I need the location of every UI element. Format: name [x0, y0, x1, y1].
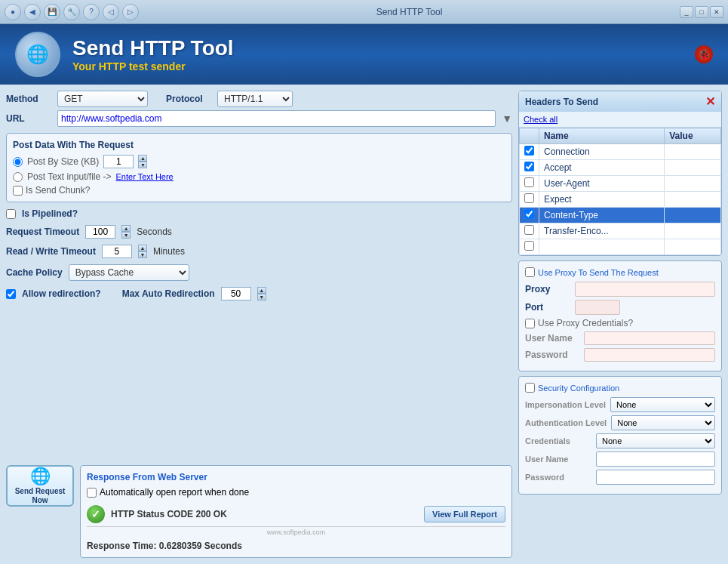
close-button[interactable]: ✕ [710, 6, 723, 18]
minimize-button[interactable]: _ [680, 6, 693, 18]
header-name-cell: Content-Type [539, 208, 665, 223]
url-dropdown-arrow[interactable]: ▼ [502, 112, 512, 125]
max-auto-label: Max Auto Redirection [122, 288, 215, 299]
right-panel: Headers To Send ✕ Check all Name Value C… [518, 91, 722, 558]
proxy-password-input[interactable] [584, 348, 715, 362]
is-send-chunk-checkbox[interactable] [13, 186, 23, 196]
proxy-port-label: Port [525, 302, 570, 313]
headers-title: Headers To Send [525, 97, 598, 107]
use-credentials-row: Use Proxy Credentials? [525, 318, 715, 328]
check-all-row: Check all [519, 112, 721, 128]
credentials-select[interactable]: NoneDefault [596, 433, 715, 448]
back-icon[interactable]: ◀ [24, 4, 41, 20]
auth-level-row: Authentication Level NoneDefaultConnect [525, 415, 715, 430]
header-checkbox-5[interactable] [524, 225, 534, 235]
header-checkbox-2[interactable] [524, 177, 534, 187]
req-timeout-up[interactable]: ▲ [121, 225, 131, 232]
help-icon[interactable]: ? [83, 4, 100, 20]
proxy-host-input[interactable] [575, 282, 715, 297]
url-row: URL ▼ [6, 110, 512, 127]
header-checkbox-3[interactable] [524, 193, 534, 203]
proxy-username-label: User Name [525, 333, 579, 344]
response-box: Response From Web Server Automatically o… [80, 465, 512, 558]
auto-open-checkbox[interactable] [87, 488, 97, 498]
header-name-cell [539, 239, 665, 255]
proxy-port-row: Port [525, 300, 715, 315]
readwrite-timeout-spinner[interactable]: ▲ ▼ [138, 245, 147, 258]
post-text-radio[interactable] [13, 172, 23, 182]
post-data-title: Post Data With The Request [13, 140, 505, 150]
header-col-check [520, 128, 539, 144]
is-pipelined-checkbox[interactable] [6, 209, 16, 219]
proxy-password-label: Password [525, 350, 579, 360]
header-row: Connection [520, 144, 721, 160]
rw-timeout-up[interactable]: ▲ [138, 245, 147, 251]
proxy-username-row: User Name [525, 331, 715, 345]
next-icon[interactable]: ▷ [122, 4, 139, 20]
title-bar: ● ◀ 💾 🔧 ? ◁ ▷ Send HTTP Tool _ □ ✕ [0, 0, 728, 24]
header-checkbox-1[interactable] [524, 162, 534, 171]
readwrite-timeout-input[interactable] [102, 245, 132, 258]
max-auto-up[interactable]: ▲ [257, 287, 266, 294]
proxy-section: Use Proxy To Send The Request Proxy Port… [518, 260, 722, 371]
view-full-report-button[interactable]: View Full Report [424, 506, 505, 522]
post-size-spinner[interactable]: ▲ ▼ [138, 155, 147, 168]
post-by-size-label: Post By Size (KB) [27, 156, 99, 167]
protocol-select[interactable]: HTTP/1.1 HTTP/1.0 [217, 91, 293, 107]
prev-icon[interactable]: ◁ [103, 4, 119, 20]
header-checkbox-4[interactable] [524, 209, 534, 219]
security-password-input[interactable] [596, 470, 715, 485]
method-label: Method [6, 94, 51, 104]
max-auto-spinner[interactable]: ▲ ▼ [257, 287, 266, 300]
allow-redirection-checkbox[interactable] [6, 289, 16, 299]
check-all-link[interactable]: Check all [524, 115, 558, 124]
cache-policy-select[interactable]: Bypass Cache DefaultReloadNo Cache [69, 264, 189, 281]
protocol-label: Protocol [166, 94, 211, 104]
header-checkbox-0[interactable] [524, 146, 534, 156]
security-username-label: User Name [525, 455, 591, 464]
header-value-cell [665, 192, 721, 208]
req-timeout-down[interactable]: ▼ [121, 232, 131, 239]
auth-level-select[interactable]: NoneDefaultConnect [611, 415, 715, 430]
use-proxy-checkbox[interactable] [525, 267, 535, 277]
send-request-btn[interactable]: 🌐 Send Request Now [6, 465, 74, 507]
header-checkbox-6[interactable] [524, 241, 534, 251]
header-row: Expect [520, 192, 721, 208]
header-row: User-Agent [520, 176, 721, 192]
spin-down[interactable]: ▼ [138, 162, 147, 168]
security-username-input[interactable] [596, 452, 715, 467]
url-input[interactable] [57, 110, 496, 127]
credentials-label: Credentials [525, 436, 591, 445]
header-value-cell [665, 208, 721, 223]
restore-button[interactable]: □ [695, 6, 708, 18]
request-timeout-spinner[interactable]: ▲ ▼ [121, 225, 131, 239]
max-auto-down[interactable]: ▼ [257, 294, 266, 300]
post-size-input[interactable] [103, 155, 134, 168]
use-credentials-checkbox[interactable] [525, 319, 535, 328]
status-row: ✓ HTTP Status CODE 200 OK View Full Repo… [87, 502, 505, 527]
method-select[interactable]: GET POSTPUTDELETE [57, 91, 148, 107]
impersonation-row: Impersonation Level NoneDefaultIdentifyI… [525, 397, 715, 412]
headers-close-icon[interactable]: ✕ [705, 94, 715, 109]
is-pipelined-label: Is Pipelined? [22, 208, 78, 219]
header-value-cell [665, 144, 721, 160]
post-by-size-radio[interactable] [13, 157, 23, 167]
window-controls: _ □ ✕ [680, 6, 723, 18]
save-icon[interactable]: 💾 [44, 4, 60, 20]
enter-text-link[interactable]: Enter Text Here [116, 172, 174, 181]
rw-timeout-down[interactable]: ▼ [138, 251, 147, 258]
app-title: Send HTTP Tool [72, 36, 234, 60]
header-value-cell [665, 176, 721, 192]
request-timeout-input[interactable] [85, 225, 115, 239]
security-header: Security Configuration [525, 383, 715, 393]
max-auto-input[interactable] [221, 287, 251, 300]
spin-up[interactable]: ▲ [138, 155, 147, 162]
proxy-port-input[interactable] [575, 300, 620, 315]
proxy-username-input[interactable] [584, 331, 715, 345]
credentials-row: Credentials NoneDefault [525, 433, 715, 448]
post-text-row: Post Text input/file -> Enter Text Here [13, 171, 505, 182]
impersonation-select[interactable]: NoneDefaultIdentifyImpersonate [610, 397, 715, 412]
security-config-checkbox[interactable] [525, 383, 535, 393]
settings-icon2[interactable]: 🔧 [63, 4, 80, 20]
is-send-chunk-row: Is Send Chunk? [13, 185, 505, 196]
